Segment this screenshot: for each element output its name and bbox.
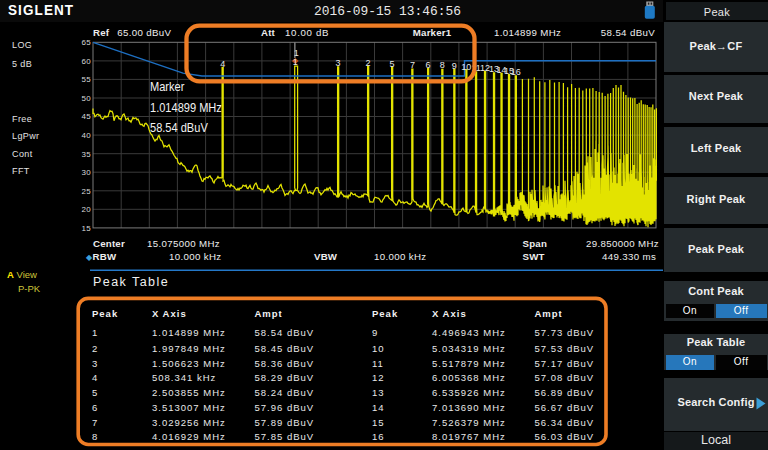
svg-text:4: 4 xyxy=(220,59,225,69)
svg-text:16: 16 xyxy=(511,67,521,77)
svg-text:10: 10 xyxy=(461,62,471,72)
svg-text:9: 9 xyxy=(452,61,457,71)
svg-text:5: 5 xyxy=(390,59,395,69)
svg-text:2: 2 xyxy=(366,58,371,68)
svg-text:6: 6 xyxy=(426,60,431,70)
svg-text:8: 8 xyxy=(440,60,445,70)
svg-text:1: 1 xyxy=(293,57,298,67)
svg-text:3: 3 xyxy=(336,58,341,68)
svg-text:7: 7 xyxy=(410,60,415,70)
